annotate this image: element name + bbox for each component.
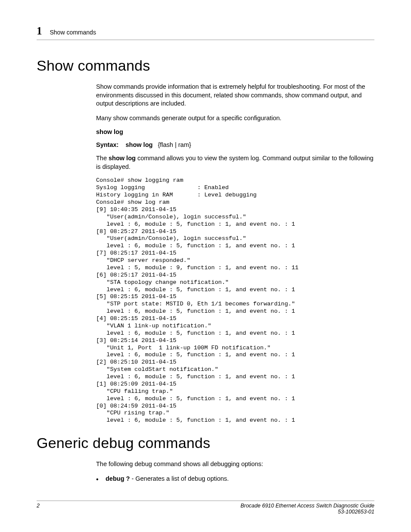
inline-command: show log xyxy=(109,155,136,162)
page-number: 2 xyxy=(37,503,40,509)
body-paragraph: Many show commands generate output for a… xyxy=(96,114,374,123)
syntax-command: show log xyxy=(126,141,153,148)
chapter-number: 1 xyxy=(37,25,42,37)
syntax-label: Syntax: xyxy=(96,141,118,148)
header-section-name: Show commands xyxy=(50,29,96,36)
footer-doc-number: 53-1002653-01 xyxy=(240,509,374,515)
page-footer: 2 Brocade 6910 Ethernet Access Switch Di… xyxy=(37,501,374,515)
footer-doc-title: Brocade 6910 Ethernet Access Switch Diag… xyxy=(240,503,374,509)
body-paragraph: The show log command allows you to view … xyxy=(96,154,374,171)
bullet-list: debug ? - Generates a list of debug opti… xyxy=(96,475,374,483)
section-title-generic-debug: Generic debug commands xyxy=(37,435,374,451)
body-paragraph: Show commands provide information that i… xyxy=(96,83,374,108)
inline-command: debug ? xyxy=(106,475,130,482)
running-header: 1 Show commands xyxy=(37,25,374,40)
list-item: debug ? - Generates a list of debug opti… xyxy=(96,475,374,483)
subheading-show-log: show log xyxy=(96,128,374,135)
body-paragraph: The following debug command shows all de… xyxy=(96,460,374,469)
section-title-show-commands: Show commands xyxy=(37,57,374,74)
syntax-line: Syntax: show log {flash | ram} xyxy=(96,141,374,148)
console-output: Console# show logging ram Syslog logging… xyxy=(96,177,374,424)
syntax-args: {flash | ram} xyxy=(158,141,191,148)
